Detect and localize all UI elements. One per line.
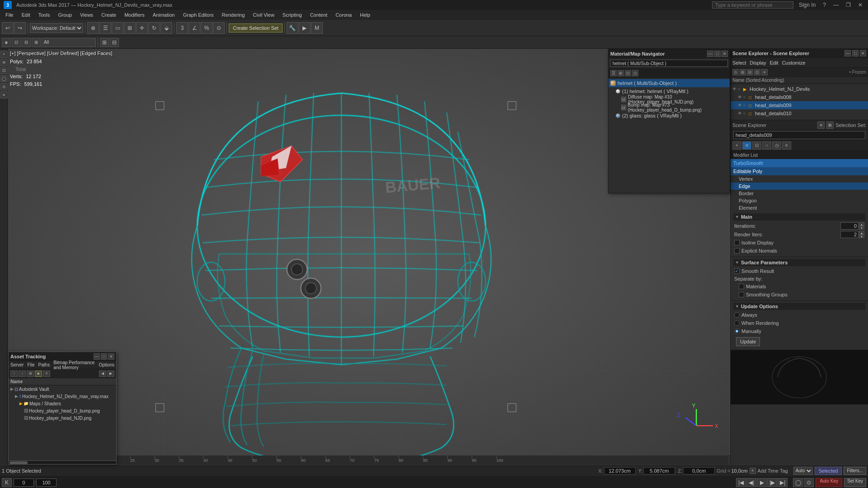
turbosmooth-modifier[interactable]: TurboSmooth (731, 159, 868, 167)
menu-tools[interactable]: Tools (35, 11, 54, 19)
at-btn-1[interactable]: ↑ (10, 371, 18, 377)
tree-item-2[interactable]: 👁 ○ □ head_details009 (731, 101, 868, 109)
eye-icon-1[interactable]: 👁 (738, 95, 742, 99)
at-btn-2[interactable]: ↓ (19, 371, 26, 377)
at-item-img2[interactable]: 🖼 Hockey_player_head_NJD.png (9, 414, 116, 422)
at-nav-left[interactable]: ◀ (99, 371, 106, 377)
material-editor[interactable]: M (311, 22, 323, 34)
ts-iterations-down[interactable]: ▼ (859, 226, 864, 230)
vis-icon-2[interactable]: ○ (743, 103, 748, 108)
window-crossing[interactable]: ⊞ (124, 22, 136, 34)
scene-filter-btn-4[interactable]: ⊡ (754, 69, 760, 75)
at-btn-3[interactable]: ⊞ (27, 371, 34, 377)
editable-poly-modifier[interactable]: Editable Poly (731, 167, 868, 175)
menu-content[interactable]: Content (307, 11, 331, 19)
menu-help[interactable]: Help (356, 11, 374, 19)
menu-graph-editors[interactable]: Graph Editors (179, 11, 217, 19)
snap-spinner[interactable]: ⊙ (213, 22, 225, 34)
current-frame-input[interactable] (14, 479, 34, 487)
mat-nav-maximize[interactable]: □ (714, 51, 721, 57)
vis-icon-0[interactable]: ○ (738, 87, 742, 91)
play-btn[interactable]: ▶ (757, 478, 767, 487)
vis-icon-3[interactable]: ○ (743, 111, 748, 116)
scene-edit-menu[interactable]: Edit (770, 60, 778, 66)
ts-always-radio[interactable] (734, 312, 740, 318)
motion-panel[interactable]: ◯ (0, 75, 8, 82)
mat-search-input[interactable] (610, 60, 728, 67)
rotate-button[interactable]: ↻ (148, 22, 160, 34)
tb2-btn-2[interactable]: ⊡ (12, 38, 21, 47)
scene-filter-btn-3[interactable]: ⊟ (747, 69, 753, 75)
display-btn[interactable]: ◷ (772, 141, 781, 150)
create-panel-btn[interactable]: + (732, 141, 741, 150)
redo-button[interactable]: ↪ (14, 22, 26, 34)
at-nav-right[interactable]: ▶ (107, 371, 114, 377)
menu-modifiers[interactable]: Modifiers (121, 11, 148, 19)
scene-select-menu[interactable]: Select (732, 60, 746, 66)
at-paths-menu[interactable]: Paths (38, 362, 50, 367)
create-selection-set-button[interactable]: Create Selection Set (229, 23, 283, 33)
ts-update-button[interactable]: Update (736, 337, 760, 346)
layer-dropdown[interactable]: All (42, 38, 96, 47)
ts-render-iters-input[interactable] (840, 231, 859, 238)
at-maximize[interactable]: □ (101, 353, 107, 360)
at-item-vault[interactable]: ▶ ⊡ Autodesk Vault (9, 385, 116, 393)
tree-item-3[interactable]: 👁 ○ □ head_details010 (731, 109, 868, 117)
vertex-sub[interactable]: Vertex (731, 175, 868, 183)
utilities-panel[interactable]: ≡ (0, 91, 8, 99)
ts-render-iters-up[interactable]: ▲ (859, 231, 864, 235)
menu-views[interactable]: Views (76, 11, 97, 19)
set-key-button[interactable]: Set Key (844, 478, 866, 487)
scene-filter-btn-5[interactable]: ≡ (761, 69, 768, 75)
total-frames-input[interactable] (36, 479, 57, 487)
utilities-btn[interactable]: ≡ (782, 141, 791, 150)
scene-list-icon[interactable]: ≡ (817, 122, 825, 129)
sign-in-button[interactable]: Sign In (797, 2, 817, 8)
key-tangent-btn[interactable]: ⊙ (804, 478, 814, 487)
at-server-menu[interactable]: Server (10, 362, 24, 367)
ts-smooth-result-checkbox[interactable] (734, 268, 740, 274)
key-mode-btn[interactable]: K (2, 478, 12, 487)
tb2-mirror[interactable]: ⊟ (110, 38, 119, 47)
scene-display-menu[interactable]: Display (750, 60, 766, 66)
close-button[interactable]: ✕ (856, 2, 864, 8)
border-sub[interactable]: Border (731, 190, 868, 197)
at-item-img1[interactable]: 🖼 Hockey_player_head_D_bump.png (9, 407, 116, 414)
minimize-button[interactable]: — (831, 2, 840, 8)
search-input[interactable] (712, 1, 793, 9)
tb2-align[interactable]: ⊞ (100, 38, 109, 47)
menu-animation[interactable]: Animation (149, 11, 179, 19)
mat-item-3[interactable]: M Bump map: Map #73 (Hockey_player_head_… (609, 103, 730, 112)
snap-angle[interactable]: ∠ (189, 22, 200, 34)
select-by-name[interactable]: ☰ (99, 22, 111, 34)
menu-rendering[interactable]: Rendering (218, 11, 249, 19)
menu-edit[interactable]: Edit (18, 11, 34, 19)
polygon-sub[interactable]: Polygon (731, 197, 868, 204)
scene-explorer-close[interactable]: ✕ (860, 50, 866, 56)
tree-item-1[interactable]: 👁 ○ □ head_details008 (731, 93, 868, 101)
object-name-field[interactable] (733, 131, 865, 139)
element-sub[interactable]: Element (731, 204, 868, 211)
auto-key-button[interactable]: Auto Key (816, 478, 842, 487)
ts-iterations-input[interactable] (840, 222, 859, 230)
edge-sub[interactable]: Edge (731, 183, 868, 190)
mat-nav-minimize[interactable]: — (707, 51, 713, 57)
menu-create[interactable]: Create (98, 11, 120, 19)
ts-smoothing-groups-checkbox[interactable] (739, 292, 744, 297)
ts-main-header[interactable]: ▼ Main (733, 213, 865, 221)
snap-3d[interactable]: 3 (176, 22, 188, 34)
prev-frame-btn[interactable]: ◀| (746, 478, 756, 487)
at-item-max[interactable]: ▶ 3 Hockey_Helmet_NJ_Devils_max_vray.max (9, 393, 116, 400)
menu-civil-view[interactable]: Civil View (249, 11, 278, 19)
scene-customize-menu[interactable]: Customize (782, 60, 806, 66)
modify-panel[interactable]: ≋ (0, 59, 8, 66)
mat-view-btn-2[interactable]: ⊞ (618, 70, 624, 76)
vis-icon-1[interactable]: ○ (743, 95, 748, 99)
ts-update-header[interactable]: ▼ Update Options (733, 303, 865, 310)
eye-icon-2[interactable]: 👁 (738, 103, 742, 108)
render-frame[interactable]: ▶ (299, 22, 311, 34)
menu-group[interactable]: Group (54, 11, 75, 19)
ts-manually-radio[interactable] (734, 328, 740, 334)
help-icon[interactable]: ? (821, 2, 828, 8)
menu-file[interactable]: File (2, 11, 17, 19)
